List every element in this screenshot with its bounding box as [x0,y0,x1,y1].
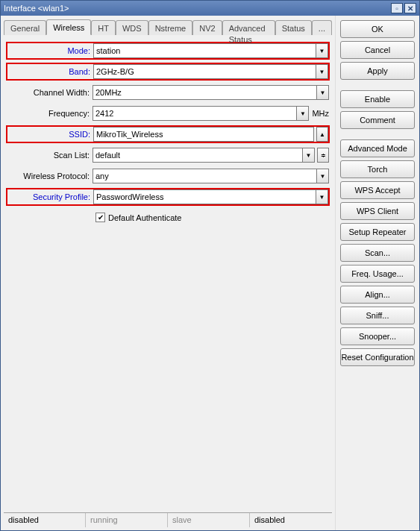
row-wireless-protocol: Wireless Protocol: any ▼ [7,168,329,184]
tab-status[interactable]: Status [275,20,312,35]
field-scan-list[interactable]: default [93,148,303,163]
snooper-button[interactable]: Snooper... [340,327,415,345]
minimize-button[interactable]: ▫ [391,3,403,13]
torch-button[interactable]: Torch [340,160,415,178]
tab-ht[interactable]: HT [91,20,116,35]
field-ssid[interactable]: MikroTik_Wireless [93,127,314,142]
field-mode[interactable]: station [93,43,316,58]
form-area: Mode: station ▼ Band: 2GHz-B/G ▼ Channel… [4,35,332,512]
status-disabled-2: disabled [250,513,332,527]
scan-button[interactable]: Scan... [340,244,415,262]
label-mode: Mode: [7,46,93,55]
tab-wds[interactable]: WDS [116,20,148,35]
row-frequency: Frequency: 2412 ▼ MHz [7,105,329,122]
dropdown-security-profile-icon[interactable]: ▼ [316,189,328,204]
window-title: Interface <wlan1> [4,4,389,13]
label-wireless-protocol: Wireless Protocol: [7,172,93,180]
field-security-profile[interactable]: PasswordWireless [93,189,316,204]
content: General Wireless HT WDS Nstreme NV2 Adva… [1,16,419,530]
dropdown-mode-icon[interactable]: ▼ [316,43,328,58]
left-pane: General Wireless HT WDS Nstreme NV2 Adva… [1,16,336,530]
titlebar: Interface <wlan1> ▫ ✕ [1,1,419,16]
tab-nstreme[interactable]: Nstreme [148,20,193,35]
label-channel-width: Channel Width: [7,88,93,97]
status-slave: slave [168,513,250,527]
dropdown-channel-width-icon[interactable]: ▼ [317,85,329,100]
field-band[interactable]: 2GHz-B/G [93,64,316,79]
label-frequency: Frequency: [7,109,93,118]
enable-button[interactable]: Enable [340,90,415,108]
align-button[interactable]: Align... [340,286,415,304]
row-scan-list: Scan List: default ▼ ≑ [7,147,329,163]
reset-configuration-button[interactable]: Reset Configuration [340,348,415,366]
wps-client-button[interactable]: WPS Client [340,202,415,220]
dropdown-scan-list-icon[interactable]: ▼ [303,148,315,163]
checkbox-default-authenticate[interactable]: ✔ [95,213,105,222]
tab-nv2[interactable]: NV2 [192,20,222,35]
row-mode: Mode: station ▼ [7,43,329,59]
tab-wireless[interactable]: Wireless [46,19,91,35]
unit-frequency: MHz [312,109,329,118]
ok-button[interactable]: OK [340,20,415,38]
row-band: Band: 2GHz-B/G ▼ [7,63,329,80]
row-default-authenticate: ✔ Default Authenticate [7,213,329,222]
apply-button[interactable]: Apply [340,62,415,80]
status-running: running [86,513,168,527]
label-scan-list: Scan List: [7,151,93,160]
setup-repeater-button[interactable]: Setup Repeater [340,223,415,241]
window: Interface <wlan1> ▫ ✕ General Wireless H… [0,0,420,531]
label-security-profile: Security Profile: [7,192,93,201]
tab-advanced-status[interactable]: Advanced Status [222,20,275,35]
field-frequency[interactable]: 2412 [93,106,297,121]
status-disabled: disabled [4,513,86,527]
label-ssid: SSID: [7,130,93,139]
tab-more[interactable]: ... [312,20,332,35]
freq-usage-button[interactable]: Freq. Usage... [340,265,415,283]
comment-button[interactable]: Comment [340,111,415,129]
label-band: Band: [7,67,93,76]
label-default-authenticate: Default Authenticate [108,213,181,222]
dropdown-frequency-icon[interactable]: ▼ [297,106,309,121]
statusbar: disabled running slave disabled [4,512,332,527]
advanced-mode-button[interactable]: Advanced Mode [340,139,415,157]
field-channel-width[interactable]: 20MHz [93,85,317,100]
row-security-profile: Security Profile: PasswordWireless ▼ [7,189,329,205]
tabstrip: General Wireless HT WDS Nstreme NV2 Adva… [4,19,332,35]
dropdown-wireless-protocol-icon[interactable]: ▼ [317,169,329,183]
right-pane: OK Cancel Apply Enable Comment Advanced … [336,16,419,530]
close-button[interactable]: ✕ [404,3,416,13]
tab-general[interactable]: General [4,20,46,35]
sniff-button[interactable]: Sniff... [340,307,415,324]
row-ssid: SSID: MikroTik_Wireless ▲ [7,126,329,142]
dropdown-band-icon[interactable]: ▼ [316,64,328,79]
cancel-button[interactable]: Cancel [340,41,415,59]
row-channel-width: Channel Width: 20MHz ▼ [7,84,329,101]
collapse-ssid-icon[interactable]: ▲ [316,127,328,142]
field-wireless-protocol[interactable]: any [93,169,317,183]
wps-accept-button[interactable]: WPS Accept [340,181,415,199]
updown-scan-list-icon[interactable]: ≑ [317,148,329,163]
